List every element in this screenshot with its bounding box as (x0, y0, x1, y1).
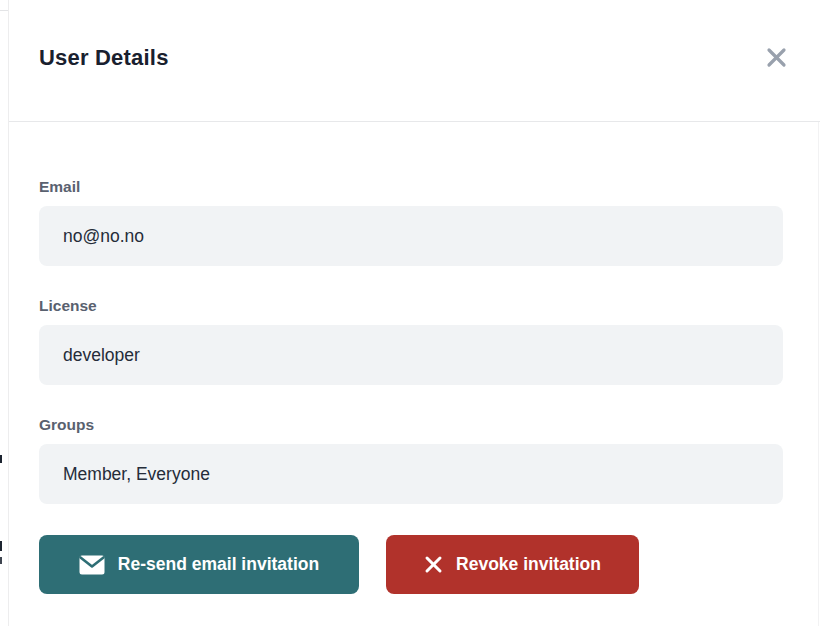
revoke-invitation-label: Revoke invitation (456, 554, 601, 575)
field-group-license: License (39, 297, 790, 385)
envelope-icon (79, 555, 105, 575)
license-label: License (39, 297, 790, 315)
close-icon (765, 46, 788, 69)
background-page-text-fragment (0, 541, 2, 551)
modal-title: User Details (39, 45, 820, 71)
field-group-groups: Groups (39, 416, 790, 504)
field-group-email: Email (39, 178, 790, 266)
background-page-text-fragment (0, 557, 2, 564)
resend-invitation-label: Re-send email invitation (118, 554, 319, 575)
scroll-track-edge (818, 122, 819, 626)
modal-body: Email License Groups Re-send email invit… (9, 122, 820, 594)
background-page-text-fragment (0, 455, 2, 463)
license-field[interactable] (39, 325, 783, 385)
groups-field[interactable] (39, 444, 783, 504)
email-label: Email (39, 178, 790, 196)
email-field[interactable] (39, 206, 783, 266)
background-page-sliver (0, 0, 8, 626)
x-mark-icon (424, 555, 443, 574)
background-page-divider (0, 10, 8, 11)
user-details-modal: User Details Email License Groups (8, 0, 820, 626)
close-button[interactable] (762, 43, 790, 71)
revoke-invitation-button[interactable]: Revoke invitation (386, 535, 639, 594)
groups-label: Groups (39, 416, 790, 434)
action-button-row: Re-send email invitation Revoke invitati… (39, 535, 790, 594)
resend-invitation-button[interactable]: Re-send email invitation (39, 535, 359, 594)
modal-header: User Details (9, 0, 820, 122)
